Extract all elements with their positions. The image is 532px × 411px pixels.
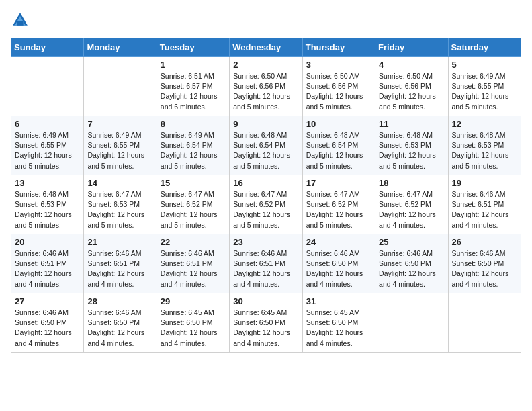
day-info: Sunrise: 6:48 AM Sunset: 6:53 PM Dayligh… [15, 189, 80, 230]
day-info: Sunrise: 6:46 AM Sunset: 6:50 PM Dayligh… [379, 248, 444, 289]
calendar-cell [84, 57, 157, 116]
calendar-cell: 19Sunrise: 6:46 AM Sunset: 6:51 PM Dayli… [448, 175, 521, 234]
day-info: Sunrise: 6:46 AM Sunset: 6:51 PM Dayligh… [233, 248, 298, 289]
day-info: Sunrise: 6:45 AM Sunset: 6:50 PM Dayligh… [161, 308, 226, 349]
day-number: 10 [306, 119, 371, 129]
day-number: 24 [306, 237, 371, 247]
day-info: Sunrise: 6:50 AM Sunset: 6:56 PM Dayligh… [306, 71, 371, 112]
calendar-cell [11, 57, 84, 116]
day-number: 6 [15, 119, 80, 129]
day-number: 29 [161, 296, 226, 306]
day-number: 5 [452, 60, 517, 70]
calendar-cell: 6Sunrise: 6:49 AM Sunset: 6:55 PM Daylig… [11, 116, 84, 175]
calendar-cell: 21Sunrise: 6:46 AM Sunset: 6:51 PM Dayli… [84, 234, 157, 293]
day-info: Sunrise: 6:49 AM Sunset: 6:55 PM Dayligh… [452, 71, 517, 112]
calendar-cell: 14Sunrise: 6:47 AM Sunset: 6:53 PM Dayli… [84, 175, 157, 234]
day-info: Sunrise: 6:48 AM Sunset: 6:54 PM Dayligh… [233, 130, 298, 171]
calendar-cell: 20Sunrise: 6:46 AM Sunset: 6:51 PM Dayli… [11, 234, 84, 293]
day-info: Sunrise: 6:47 AM Sunset: 6:52 PM Dayligh… [161, 189, 226, 230]
day-number: 2 [233, 60, 298, 70]
day-number: 28 [87, 296, 152, 306]
day-info: Sunrise: 6:45 AM Sunset: 6:50 PM Dayligh… [306, 308, 371, 349]
calendar-cell [375, 293, 448, 353]
day-info: Sunrise: 6:49 AM Sunset: 6:54 PM Dayligh… [161, 130, 226, 171]
calendar-cell: 25Sunrise: 6:46 AM Sunset: 6:50 PM Dayli… [375, 234, 448, 293]
day-number: 3 [306, 60, 371, 70]
day-info: Sunrise: 6:46 AM Sunset: 6:51 PM Dayligh… [87, 248, 152, 289]
page-header [11, 11, 521, 30]
calendar-cell: 11Sunrise: 6:48 AM Sunset: 6:53 PM Dayli… [375, 116, 448, 175]
day-number: 7 [87, 119, 152, 129]
calendar-cell [448, 293, 521, 353]
day-info: Sunrise: 6:50 AM Sunset: 6:56 PM Dayligh… [233, 71, 298, 112]
day-number: 23 [233, 237, 298, 247]
day-header-monday: Monday [84, 38, 157, 57]
day-number: 12 [452, 119, 517, 129]
day-info: Sunrise: 6:48 AM Sunset: 6:53 PM Dayligh… [452, 130, 517, 171]
svg-rect-2 [17, 21, 23, 26]
calendar-cell: 16Sunrise: 6:47 AM Sunset: 6:52 PM Dayli… [230, 175, 302, 234]
day-number: 31 [306, 296, 371, 306]
day-header-saturday: Saturday [448, 38, 521, 57]
calendar-cell: 31Sunrise: 6:45 AM Sunset: 6:50 PM Dayli… [302, 293, 375, 353]
calendar-cell: 9Sunrise: 6:48 AM Sunset: 6:54 PM Daylig… [230, 116, 302, 175]
calendar-cell: 28Sunrise: 6:46 AM Sunset: 6:50 PM Dayli… [84, 293, 157, 353]
day-header-tuesday: Tuesday [157, 38, 229, 57]
calendar-cell: 5Sunrise: 6:49 AM Sunset: 6:55 PM Daylig… [448, 57, 521, 116]
day-number: 9 [233, 119, 298, 129]
day-number: 4 [379, 60, 444, 70]
week-row-5: 27Sunrise: 6:46 AM Sunset: 6:50 PM Dayli… [11, 293, 521, 353]
day-info: Sunrise: 6:46 AM Sunset: 6:51 PM Dayligh… [15, 248, 80, 289]
day-number: 27 [15, 296, 80, 306]
calendar-cell: 1Sunrise: 6:51 AM Sunset: 6:57 PM Daylig… [157, 57, 229, 116]
day-number: 22 [161, 237, 226, 247]
day-number: 14 [87, 178, 152, 188]
calendar-cell: 2Sunrise: 6:50 AM Sunset: 6:56 PM Daylig… [230, 57, 302, 116]
day-info: Sunrise: 6:47 AM Sunset: 6:53 PM Dayligh… [87, 189, 152, 230]
day-number: 25 [379, 237, 444, 247]
calendar-cell: 26Sunrise: 6:46 AM Sunset: 6:50 PM Dayli… [448, 234, 521, 293]
day-info: Sunrise: 6:46 AM Sunset: 6:50 PM Dayligh… [87, 308, 152, 349]
calendar-cell: 29Sunrise: 6:45 AM Sunset: 6:50 PM Dayli… [157, 293, 229, 353]
day-info: Sunrise: 6:46 AM Sunset: 6:51 PM Dayligh… [452, 189, 517, 230]
week-row-3: 13Sunrise: 6:48 AM Sunset: 6:53 PM Dayli… [11, 175, 521, 234]
calendar-cell: 17Sunrise: 6:47 AM Sunset: 6:52 PM Dayli… [302, 175, 375, 234]
calendar-cell: 10Sunrise: 6:48 AM Sunset: 6:54 PM Dayli… [302, 116, 375, 175]
day-number: 17 [306, 178, 371, 188]
day-number: 13 [15, 178, 80, 188]
day-info: Sunrise: 6:48 AM Sunset: 6:54 PM Dayligh… [306, 130, 371, 171]
day-info: Sunrise: 6:46 AM Sunset: 6:50 PM Dayligh… [452, 248, 517, 289]
week-row-4: 20Sunrise: 6:46 AM Sunset: 6:51 PM Dayli… [11, 234, 521, 293]
day-header-wednesday: Wednesday [230, 38, 302, 57]
calendar-cell: 3Sunrise: 6:50 AM Sunset: 6:56 PM Daylig… [302, 57, 375, 116]
logo [11, 11, 32, 30]
calendar-cell: 23Sunrise: 6:46 AM Sunset: 6:51 PM Dayli… [230, 234, 302, 293]
calendar-table: SundayMondayTuesdayWednesdayThursdayFrid… [11, 38, 521, 353]
day-header-thursday: Thursday [302, 38, 375, 57]
calendar-cell: 22Sunrise: 6:46 AM Sunset: 6:51 PM Dayli… [157, 234, 229, 293]
day-info: Sunrise: 6:49 AM Sunset: 6:55 PM Dayligh… [87, 130, 152, 171]
calendar-cell: 30Sunrise: 6:45 AM Sunset: 6:50 PM Dayli… [230, 293, 302, 353]
calendar-cell: 8Sunrise: 6:49 AM Sunset: 6:54 PM Daylig… [157, 116, 229, 175]
day-info: Sunrise: 6:51 AM Sunset: 6:57 PM Dayligh… [161, 71, 226, 112]
day-number: 19 [452, 178, 517, 188]
day-info: Sunrise: 6:50 AM Sunset: 6:56 PM Dayligh… [379, 71, 444, 112]
calendar-cell: 13Sunrise: 6:48 AM Sunset: 6:53 PM Dayli… [11, 175, 84, 234]
day-number: 30 [233, 296, 298, 306]
calendar-cell: 24Sunrise: 6:46 AM Sunset: 6:50 PM Dayli… [302, 234, 375, 293]
day-header-friday: Friday [375, 38, 448, 57]
day-number: 20 [15, 237, 80, 247]
calendar-cell: 12Sunrise: 6:48 AM Sunset: 6:53 PM Dayli… [448, 116, 521, 175]
day-number: 15 [161, 178, 226, 188]
day-info: Sunrise: 6:49 AM Sunset: 6:55 PM Dayligh… [15, 130, 80, 171]
week-row-1: 1Sunrise: 6:51 AM Sunset: 6:57 PM Daylig… [11, 57, 521, 116]
calendar-cell: 18Sunrise: 6:47 AM Sunset: 6:52 PM Dayli… [375, 175, 448, 234]
calendar-cell: 4Sunrise: 6:50 AM Sunset: 6:56 PM Daylig… [375, 57, 448, 116]
day-number: 18 [379, 178, 444, 188]
day-info: Sunrise: 6:47 AM Sunset: 6:52 PM Dayligh… [379, 189, 444, 230]
day-info: Sunrise: 6:46 AM Sunset: 6:50 PM Dayligh… [306, 248, 371, 289]
day-info: Sunrise: 6:48 AM Sunset: 6:53 PM Dayligh… [379, 130, 444, 171]
day-number: 16 [233, 178, 298, 188]
day-info: Sunrise: 6:46 AM Sunset: 6:50 PM Dayligh… [15, 308, 80, 349]
calendar-cell: 7Sunrise: 6:49 AM Sunset: 6:55 PM Daylig… [84, 116, 157, 175]
